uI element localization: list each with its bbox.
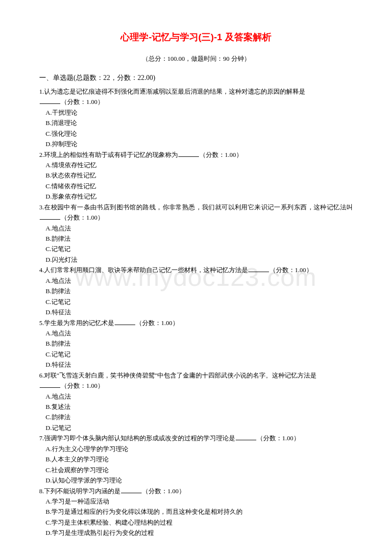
question-text: 人们常常利用顺口溜、歌诀等来帮助自己记忆一些材料，这种记忆方法是 — [44, 266, 248, 274]
question-number: 1. — [39, 88, 44, 95]
question: 3.在校园中有一条由书店到图书馆的路线，你非常熟悉，我们就可以利用它来识记一系列… — [39, 202, 353, 265]
choice: D.记笔记 — [39, 423, 353, 433]
choice: D.抑制理论 — [39, 139, 353, 149]
choice: A.地点法 — [39, 223, 353, 233]
score-label: （分数：1.00） — [142, 487, 185, 495]
question: 7.强调学习即个体头脑内部认知结构的形成或改变的过程的学习理论是（分数：1.00… — [39, 433, 353, 485]
question-number: 8. — [39, 487, 44, 495]
choice: D.学习是生理成熟引起行为变化的过程 — [39, 528, 353, 538]
choice: A.学习是一种适应活动 — [39, 496, 353, 506]
score-label: （分数：1.00） — [199, 151, 243, 158]
choice: A.干扰理论 — [39, 107, 353, 118]
question-number: 5. — [39, 319, 44, 327]
blank — [121, 487, 142, 493]
choice: C.韵律法 — [39, 412, 353, 422]
question-text: 强调学习即个体头脑内部认知结构的形成或改变的过程的学习理论是 — [44, 434, 235, 442]
choice: C.强化理论 — [39, 128, 353, 139]
blank — [40, 214, 60, 220]
question-text: 对联"飞雪连天射白鹿，笑书神侠倚碧鸳"中包含了金庸的十四部武侠小说的名字。这种记… — [44, 372, 317, 379]
question: 4.人们常常利用顺口溜、歌诀等来帮助自己记忆一些材料，这种记忆方法是（分数：1.… — [39, 265, 353, 317]
exam-meta: （总分：100.00，做题时间：90 分钟） — [39, 53, 353, 64]
blank — [40, 382, 60, 388]
page-content: 心理学-记忆与学习(三)-1 及答案解析 （总分：100.00，做题时间：90 … — [39, 29, 353, 538]
choice: B.复述法 — [39, 402, 353, 412]
choice: A.地点法 — [39, 276, 353, 286]
question-tail: （分数：1.00） — [39, 97, 353, 107]
choice: B.韵律法 — [39, 233, 353, 244]
question-stem: 8.下列不能说明学习内涵的是（分数：1.00） — [39, 486, 353, 496]
choice: C.记笔记 — [39, 349, 353, 359]
choice: C.记笔记 — [39, 297, 353, 307]
score-label: （分数：1.00） — [61, 382, 104, 389]
question-stem: 4.人们常常利用顺口溜、歌诀等来帮助自己记忆一些材料，这种记忆方法是（分数：1.… — [39, 265, 353, 275]
question-stem: 5.学生最为常用的记忆术是（分数：1.00） — [39, 318, 353, 328]
score-label: （分数：1.00） — [61, 98, 104, 105]
choice: B.学习是通过相应的行为变化得以体现的，而且这种变化是相对持久的 — [39, 506, 353, 517]
choice: B.人本主义的学习理论 — [39, 454, 353, 464]
question-stem: 7.强调学习即个体头脑内部认知结构的形成或改变的过程的学习理论是（分数：1.00… — [39, 433, 353, 443]
question-number: 2. — [39, 151, 44, 158]
question-stem: 6.对联"飞雪连天射白鹿，笑书神侠倚碧鸳"中包含了金庸的十四部武侠小说的名字。这… — [39, 370, 353, 380]
score-label: （分数：1.00） — [257, 434, 300, 442]
question-text: 认为遗忘是记忆痕迹得不到强化而逐渐减弱以至最后消退的结果，这种对遗忘的原因的解释… — [44, 88, 305, 95]
choice: C.情绪依存性记忆 — [39, 181, 353, 191]
choice: B.状态依存性记忆 — [39, 170, 353, 180]
choice: C.社会观察的学习理论 — [39, 465, 353, 475]
question: 5.学生最为常用的记忆术是（分数：1.00） A.地点法 B.韵律法 C.记笔记… — [39, 318, 353, 370]
question-stem: 3.在校园中有一条由书店到图书馆的路线，你非常熟悉，我们就可以利用它来识记一系列… — [39, 202, 353, 223]
choice: D.闪光灯法 — [39, 254, 353, 265]
choice: C.记笔记 — [39, 244, 353, 254]
choice: A.行为主义心理学的学习理论 — [39, 444, 353, 454]
choice: A.地点法 — [39, 328, 353, 338]
question-stem: 1.认为遗忘是记忆痕迹得不到强化而逐渐减弱以至最后消退的结果，这种对遗忘的原因的… — [39, 86, 353, 97]
question: 8.下列不能说明学习内涵的是（分数：1.00） A.学习是一种适应活动 B.学习… — [39, 486, 353, 538]
question-text: 在校园中有一条由书店到图书馆的路线，你非常熟悉，我们就可以利用它来识记一系列东西… — [44, 203, 353, 211]
question-number: 3. — [39, 203, 44, 211]
blank — [178, 151, 199, 156]
choice: D.特征法 — [39, 359, 353, 370]
question-number: 4. — [39, 266, 44, 274]
blank — [248, 266, 269, 272]
choice: D.形象依存性记忆 — [39, 191, 353, 202]
question: 2.环境上的相似性有助于或有碍于记忆的现象称为（分数：1.00） A.情境依存性… — [39, 150, 353, 202]
blank — [115, 319, 135, 325]
question-text: 学生最为常用的记忆术是 — [44, 319, 114, 327]
question: 6.对联"飞雪连天射白鹿，笑书神侠倚碧鸳"中包含了金庸的十四部武侠小说的名字。这… — [39, 370, 353, 433]
question-text: 下列不能说明学习内涵的是 — [44, 487, 121, 495]
choice: C.学习是主体积累经验、构建心理结构的过程 — [39, 517, 353, 528]
score-label: （分数：1.00） — [136, 319, 179, 327]
page-title: 心理学-记忆与学习(三)-1 及答案解析 — [39, 29, 353, 45]
section-heading: 一、单选题(总题数：22，分数：22.00) — [39, 72, 353, 83]
question-tail: （分数：1.00） — [39, 380, 353, 391]
choice: A.情境依存性记忆 — [39, 160, 353, 170]
choice: D.认知心理学派的学习理论 — [39, 475, 353, 485]
question-stem: 2.环境上的相似性有助于或有碍于记忆的现象称为（分数：1.00） — [39, 150, 353, 160]
choice: A.地点法 — [39, 391, 353, 402]
question: 1.认为遗忘是记忆痕迹得不到强化而逐渐减弱以至最后消退的结果，这种对遗忘的原因的… — [39, 86, 353, 150]
question-number: 6. — [39, 372, 44, 379]
question-text: 环境上的相似性有助于或有碍于记忆的现象称为 — [44, 151, 178, 158]
choice: D.特征法 — [39, 307, 353, 317]
choice: B.消退理论 — [39, 118, 353, 128]
score-label: （分数：1.00） — [61, 214, 104, 221]
choice: B.韵律法 — [39, 338, 353, 349]
choice: B.韵律法 — [39, 286, 353, 296]
blank — [40, 98, 60, 104]
score-label: （分数：1.00） — [270, 266, 313, 274]
question-number: 7. — [39, 434, 44, 442]
blank — [236, 434, 256, 440]
